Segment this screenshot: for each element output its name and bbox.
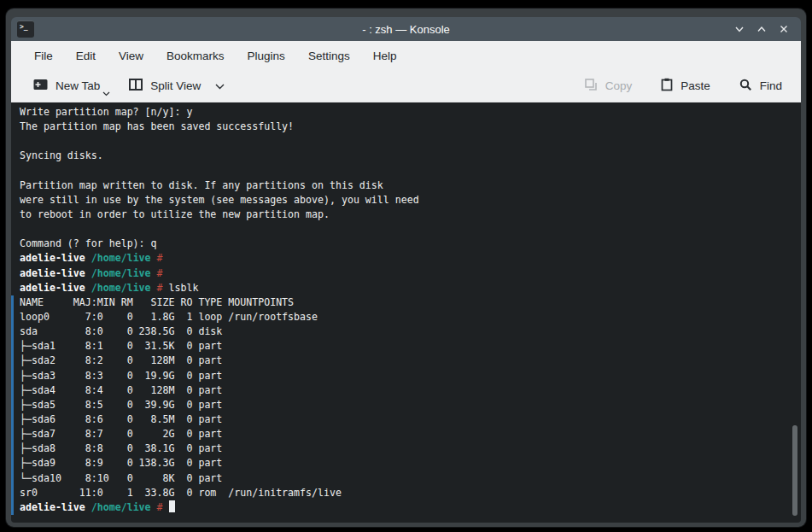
scrollbar-thumb[interactable] <box>792 425 797 516</box>
konsole-window: >_ - : zsh — Konsole File Edit View Book… <box>6 9 806 527</box>
find-label: Find <box>760 79 782 92</box>
terminal-line: ├─sda9 8:9 0 138.3G 0 part <box>11 456 801 471</box>
terminal-line: ├─sda6 8:6 0 8.5M 0 part <box>11 412 801 427</box>
terminal-line: └─sda10 8:10 0 8K 0 part <box>11 471 801 486</box>
terminal-line: ├─sda2 8:2 0 128M 0 part <box>11 354 801 368</box>
menu-item-plugins[interactable]: Plugins <box>238 45 295 67</box>
terminal-line: ├─sda5 8:5 0 39.9G 0 part <box>11 398 801 412</box>
terminal-line: ├─sda1 8:1 0 31.5K 0 part <box>11 339 801 354</box>
terminal-line: Syncing disks. <box>11 149 801 163</box>
copy-icon <box>585 79 598 94</box>
terminal-line: ├─sda3 8:3 0 19.9G 0 part <box>11 369 801 383</box>
split-view-label: Split View <box>150 79 201 92</box>
paste-icon <box>661 78 673 94</box>
titlebar[interactable]: >_ - : zsh — Konsole <box>11 17 801 41</box>
terminal-line: Write partition map? [n/y]: y <box>11 105 801 120</box>
terminal-line <box>11 164 801 178</box>
terminal-view[interactable]: Write partition map? [n/y]: yThe partiti… <box>11 102 801 523</box>
terminal-cursor <box>169 500 175 512</box>
copy-button: Copy <box>578 73 640 99</box>
terminal-line: were still in use by the system (see mes… <box>11 193 801 208</box>
window-title: - : zsh — Konsole <box>362 23 450 36</box>
copy-label: Copy <box>605 79 633 92</box>
konsole-app-icon: >_ <box>17 20 34 38</box>
terminal-line: sda 8:0 0 238.5G 0 disk <box>11 324 801 339</box>
search-icon <box>739 79 752 94</box>
find-button[interactable]: Find <box>733 73 789 99</box>
terminal-line: adelie-live /home/live # <box>11 251 801 266</box>
terminal-line <box>11 222 801 237</box>
terminal-line: ├─sda7 8:7 0 2G 0 part <box>11 427 801 441</box>
menubar: File Edit View Bookmarks Plugins Setting… <box>11 41 801 70</box>
menu-item-edit[interactable]: Edit <box>67 45 105 67</box>
new-tab-label: New Tab <box>55 79 100 92</box>
terminal-line: loop0 7:0 0 1.8G 1 loop /run/rootfsbase <box>11 310 801 324</box>
menu-item-view[interactable]: View <box>109 45 153 67</box>
chevron-down-icon <box>215 79 225 92</box>
close-icon[interactable] <box>778 24 789 35</box>
terminal-output: Write partition map? [n/y]: yThe partiti… <box>11 105 801 515</box>
toolbar: New Tab Split View Copy <box>11 70 801 102</box>
split-view-icon <box>129 79 143 93</box>
terminal-line: NAME MAJ:MIN RM SIZE RO TYPE MOUNTPOINTS <box>11 295 801 310</box>
terminal-line: adelie-live /home/live # <box>11 266 801 281</box>
maximize-icon[interactable] <box>756 24 767 35</box>
terminal-line: Command (? for help): q <box>11 237 801 251</box>
menu-item-file[interactable]: File <box>25 45 62 67</box>
menu-item-help[interactable]: Help <box>364 45 406 67</box>
terminal-line: adelie-live /home/live # lsblk <box>11 281 801 295</box>
paste-label: Paste <box>681 79 710 92</box>
terminal-line <box>11 134 801 149</box>
window-controls <box>733 17 789 41</box>
terminal-line: ├─sda4 8:4 0 128M 0 part <box>11 383 801 398</box>
new-tab-button[interactable]: New Tab <box>26 73 107 98</box>
terminal-line: ├─sda8 8:8 0 38.1G 0 part <box>11 441 801 456</box>
terminal-line: adelie-live /home/live # <box>11 500 801 515</box>
terminal-line: Partition map written to disk. If any pa… <box>11 178 801 193</box>
menu-item-settings[interactable]: Settings <box>299 45 359 67</box>
terminal-line: to reboot in order to utilize the new pa… <box>11 208 801 222</box>
menu-item-bookmarks[interactable]: Bookmarks <box>157 45 234 67</box>
chevron-down-icon[interactable] <box>102 86 110 99</box>
minimize-icon[interactable] <box>733 24 745 35</box>
new-tab-icon <box>33 79 48 93</box>
desktop-background: { "window": { "title": "- : zsh — Konsol… <box>0 0 812 532</box>
terminal-line: The partition map has been saved success… <box>11 120 801 134</box>
paste-button[interactable]: Paste <box>654 73 717 99</box>
split-view-button[interactable]: Split View <box>122 73 231 98</box>
terminal-line: sr0 11:0 1 33.8G 0 rom /run/initramfs/li… <box>11 486 801 500</box>
